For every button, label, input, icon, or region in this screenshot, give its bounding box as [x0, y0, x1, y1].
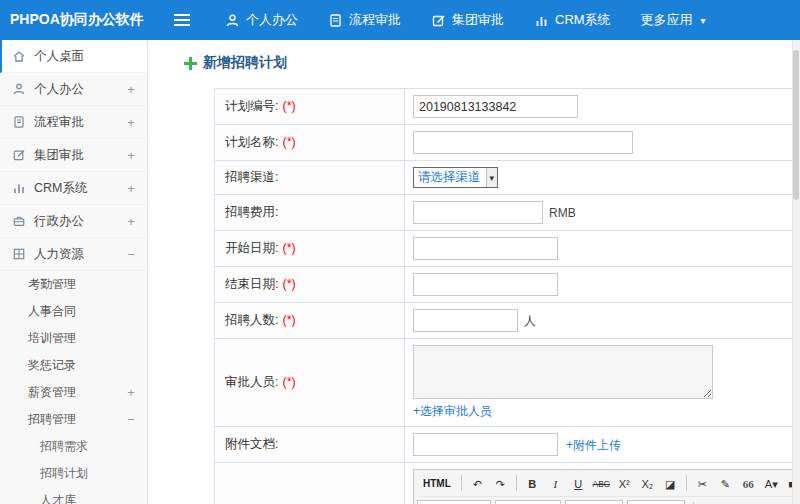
editor-cut-button[interactable]: ✂	[692, 473, 713, 493]
cost-input[interactable]	[413, 201, 543, 224]
sidebar-item-label: 薪资管理	[28, 384, 125, 401]
form-row: 招聘渠道: 请选择渠道 ▾	[215, 161, 800, 195]
nav-item-personal-office[interactable]: 个人办公	[210, 0, 313, 40]
menu-toggle-icon[interactable]	[174, 11, 190, 29]
form-row: 招聘人数:(*) 人	[215, 303, 800, 339]
sidebar-item-label: 人才库	[40, 492, 137, 504]
form-row: 招聘费用: RMB	[215, 195, 800, 231]
headcount-input[interactable]	[413, 309, 518, 332]
editor-strikethrough-button[interactable]: ABC	[591, 473, 612, 493]
sidebar-item-attendance[interactable]: 考勤管理	[0, 271, 147, 298]
editor-remove-format-button[interactable]: ◪	[660, 473, 681, 493]
sidebar-item-training[interactable]: 培训管理	[0, 325, 147, 352]
collapse-toggle[interactable]: −	[125, 247, 137, 262]
page-title-text: 新增招聘计划	[203, 54, 287, 72]
align-justify-icon[interactable]	[753, 500, 769, 504]
edit-square-icon	[12, 148, 26, 162]
required-mark: (*)	[282, 99, 295, 113]
attachment-input[interactable]	[413, 433, 558, 456]
expand-toggle[interactable]: +	[125, 148, 137, 163]
editor-blockquote-button[interactable]: 66	[738, 473, 759, 493]
approvers-textarea[interactable]	[413, 345, 713, 399]
caret-down-icon: ▾	[701, 15, 706, 26]
sidebar-item-workflow-approval[interactable]: 流程审批 +	[0, 106, 147, 139]
editor-underline-button[interactable]: U	[568, 473, 589, 493]
sidebar-item-label: 流程审批	[34, 114, 125, 131]
form-row: 结束日期:(*)	[215, 267, 800, 303]
expand-toggle[interactable]: +	[125, 181, 137, 196]
sidebar-item-label: 招聘计划	[40, 465, 137, 482]
editor-toolbar: HTML ↶ ↷ B I U ABC X² X₂	[414, 470, 800, 504]
field-label: 审批人员:(*)	[215, 339, 405, 427]
vertical-scrollbar[interactable]	[792, 40, 800, 504]
sidebar-item-personal-office[interactable]: 个人办公 +	[0, 73, 147, 106]
plan-no-input[interactable]	[413, 95, 578, 118]
approval-doc-icon	[328, 13, 343, 28]
sidebar-item-desktop[interactable]: 个人桌面	[0, 40, 147, 73]
sidebar-item-talent-pool[interactable]: 人才库	[0, 487, 147, 504]
expand-toggle[interactable]: +	[125, 385, 137, 400]
recruit-plan-form: 计划编号:(*) 计划名称:(*) 招聘渠道:	[214, 88, 800, 504]
field-label: 招聘费用:	[215, 195, 405, 231]
nav-item-group-approval[interactable]: 集团审批	[416, 0, 519, 40]
sidebar-item-rewards[interactable]: 奖惩记录	[0, 352, 147, 379]
align-right-icon[interactable]	[735, 500, 751, 504]
sidebar-item-crm[interactable]: CRM系统 +	[0, 172, 147, 205]
sidebar-item-recruit-demand[interactable]: 招聘需求	[0, 433, 147, 460]
editor-bold-button[interactable]: B	[522, 473, 543, 493]
expand-toggle[interactable]: +	[125, 115, 137, 130]
select-approvers-link[interactable]: +选择审批人员	[413, 403, 492, 420]
sidebar-item-label: 招聘管理	[28, 411, 125, 428]
sidebar-item-label: 个人办公	[34, 81, 125, 98]
sidebar-item-recruitment[interactable]: 招聘管理 −	[0, 406, 147, 433]
editor-font-color-button[interactable]: A▾	[761, 473, 782, 493]
nav-item-more-apps[interactable]: 更多应用 ▾	[626, 0, 721, 40]
briefcase-icon	[12, 214, 26, 228]
align-center-icon[interactable]	[717, 500, 733, 504]
sidebar-item-label: 人事合同	[28, 303, 125, 320]
editor-subscript-button[interactable]: X₂	[637, 473, 658, 493]
edit-square-icon	[431, 13, 446, 28]
editor-undo-button[interactable]: ↶	[467, 473, 488, 493]
editor-custom-style-select[interactable]: 自定义标题▾	[417, 500, 491, 504]
sidebar-item-group-approval[interactable]: 集团审批 +	[0, 139, 147, 172]
sidebar-item-hr[interactable]: 人力资源 −	[0, 238, 147, 271]
sidebar-item-label: 个人桌面	[34, 48, 125, 65]
editor-superscript-button[interactable]: X²	[614, 473, 635, 493]
home-icon	[12, 49, 26, 63]
approval-doc-icon	[12, 115, 26, 129]
align-left-icon[interactable]	[699, 500, 715, 504]
end-date-input[interactable]	[413, 273, 558, 296]
sidebar-item-admin-office[interactable]: 行政办公 +	[0, 205, 147, 238]
scrollbar-thumb[interactable]	[793, 50, 799, 200]
indent-decrease-icon[interactable]	[771, 500, 787, 504]
editor-italic-button[interactable]: I	[545, 473, 566, 493]
person-icon	[225, 13, 240, 28]
sidebar-item-label: 培训管理	[28, 330, 125, 347]
required-mark: (*)	[282, 277, 295, 291]
form-row: 计划名称:(*)	[215, 125, 800, 161]
editor-font-family-select[interactable]: 字体▾	[565, 500, 623, 504]
upload-attachment-link[interactable]: +附件上传	[566, 438, 621, 452]
sidebar-item-recruit-plan[interactable]: 招聘计划	[0, 460, 147, 487]
start-date-input[interactable]	[413, 237, 558, 260]
nav-item-crm[interactable]: CRM系统	[519, 0, 626, 40]
channel-select[interactable]: 请选择渠道 ▾	[413, 167, 498, 188]
nav-item-workflow-approval[interactable]: 流程审批	[313, 0, 416, 40]
expand-toggle[interactable]: +	[125, 82, 137, 97]
editor-redo-button[interactable]: ↷	[490, 473, 511, 493]
editor-paragraph-format-select[interactable]: 段落格式▾	[495, 500, 561, 504]
editor-html-button[interactable]: HTML	[418, 473, 456, 493]
collapse-toggle[interactable]: −	[125, 412, 137, 427]
sidebar-item-salary[interactable]: 薪资管理 +	[0, 379, 147, 406]
main-content: 新增招聘计划 计划编号:(*) 计划名称:(*)	[148, 40, 800, 504]
currency-suffix: RMB	[549, 206, 576, 220]
editor-font-size-select[interactable]: 字号▾	[627, 500, 685, 504]
editor-edit-button[interactable]: ✎	[715, 473, 736, 493]
page-title: 新增招聘计划	[184, 54, 800, 72]
expand-toggle[interactable]: +	[125, 214, 137, 229]
plan-name-input[interactable]	[413, 131, 633, 154]
required-mark: (*)	[282, 135, 295, 149]
sidebar-item-hr-contract[interactable]: 人事合同	[0, 298, 147, 325]
required-mark: (*)	[282, 313, 295, 327]
